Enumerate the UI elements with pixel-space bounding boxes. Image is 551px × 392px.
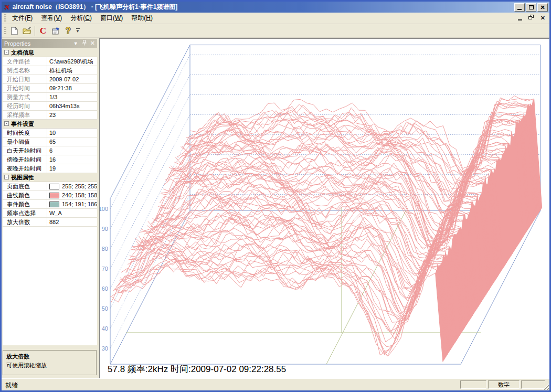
property-section-header[interactable]: -事件设置 — [3, 120, 97, 129]
property-row[interactable]: 开始日期2009-07-02 — [3, 75, 97, 84]
property-section-header[interactable]: -视图属性 — [3, 173, 97, 182]
y-axis-label: 90 — [102, 226, 108, 232]
calibration-button[interactable]: C — [37, 25, 49, 37]
menubar-grip-handle[interactable] — [4, 14, 6, 23]
mdi-minimize-icon[interactable] — [518, 19, 522, 20]
maximize-button[interactable] — [526, 3, 536, 12]
description-text: 可使用滚轮缩放 — [6, 362, 47, 368]
menu-item[interactable]: 查看(V) — [37, 13, 66, 24]
property-value[interactable]: 09:21:38 — [47, 84, 97, 92]
collapse-icon[interactable]: - — [4, 121, 9, 126]
property-value[interactable]: 16 — [47, 155, 97, 164]
property-label: 最小阈值 — [3, 137, 47, 146]
properties-panel: Properties ▼ ✕ -文档信息文件路径C:\awa6298\机场测点名… — [2, 38, 98, 378]
y-axis-label: 70 — [102, 266, 108, 272]
toolbar-grip-handle[interactable] — [4, 27, 6, 35]
property-row[interactable]: 频率点选择W_A — [3, 209, 97, 218]
close-button[interactable]: ✕ — [537, 3, 548, 12]
help-button[interactable]: ? — [62, 25, 75, 37]
airplane-app-icon: ✈ — [2, 2, 13, 13]
mdi-restore-icon[interactable] — [528, 15, 534, 22]
property-row[interactable]: 文件路径C:\awa6298\机场 — [3, 57, 97, 66]
status-message: 就绪 — [5, 381, 18, 390]
waterfall-spectrum-line — [135, 210, 473, 314]
new-document-button[interactable] — [8, 25, 20, 37]
property-value[interactable]: 栎社机场 — [47, 66, 97, 75]
status-pane — [460, 380, 486, 389]
toolbar-options-button[interactable]: ▼ — [75, 25, 81, 37]
property-value[interactable]: 1/3 — [47, 93, 97, 101]
property-value[interactable]: 10 — [47, 129, 97, 137]
box-edge — [110, 210, 190, 364]
property-row[interactable]: 测量方式1/3 — [3, 93, 97, 102]
property-row[interactable]: 时间长度10 — [3, 129, 97, 137]
collapse-icon[interactable]: - — [4, 50, 9, 55]
property-row[interactable]: 夜晚开始时间19 — [3, 164, 97, 173]
property-row[interactable]: 最小阈值65 — [3, 137, 97, 146]
property-value[interactable]: C:\awa6298\机场 — [47, 57, 97, 66]
property-row[interactable]: 页面底色255; 255; 255 — [3, 182, 97, 191]
menu-items: 文件(F)查看(V)分析(C)窗口(W)帮助(H) — [8, 13, 157, 24]
property-row[interactable]: 放大倍数882 — [3, 218, 97, 227]
property-description-box: 放大倍数 可使用滚轮缩放 — [3, 350, 97, 375]
property-value[interactable]: 154; 191; 186 — [47, 200, 97, 208]
minimize-button[interactable] — [514, 3, 525, 12]
panel-menu-chevron-down-icon[interactable]: ▼ — [73, 41, 78, 46]
property-label: 时间长度 — [3, 129, 47, 137]
property-value[interactable]: 240; 158; 158 — [47, 191, 97, 199]
open-file-button[interactable] — [20, 25, 33, 37]
color-swatch — [49, 193, 59, 198]
description-title: 放大倍数 — [6, 353, 93, 361]
property-row[interactable]: 开始时间09:21:38 — [3, 84, 97, 93]
property-value[interactable]: 23 — [47, 111, 97, 119]
y-axis-label: 100 — [100, 206, 108, 212]
property-grid: -文档信息文件路径C:\awa6298\机场测点名称栎社机场开始日期2009-0… — [3, 48, 97, 345]
color-swatch — [49, 202, 59, 207]
property-value[interactable]: 255; 255; 255 — [47, 182, 97, 190]
pin-icon[interactable] — [82, 40, 87, 47]
property-label: 文件路径 — [3, 57, 47, 66]
properties-panel-header[interactable]: Properties ▼ ✕ — [2, 39, 97, 48]
property-row[interactable]: 曲线颜色240; 158; 158 — [3, 191, 97, 200]
spectrogram-chart-area[interactable]: 10090807060504030 57.8 频率:2kHz 时间:2009-0… — [99, 38, 549, 378]
property-value[interactable]: 882 — [47, 218, 97, 226]
status-pane-numlock: 数字 — [488, 380, 520, 389]
menu-item[interactable]: 帮助(H) — [127, 13, 157, 24]
menu-item[interactable]: 文件(F) — [8, 13, 37, 24]
property-label: 曲线颜色 — [3, 191, 47, 199]
resize-grip[interactable] — [542, 383, 549, 390]
property-row[interactable]: 事件颜色154; 191; 186 — [3, 200, 97, 209]
y-axis-label: 80 — [102, 246, 108, 252]
property-value[interactable]: W_A — [47, 209, 97, 217]
property-row[interactable]: 经历时间06h34m13s — [3, 102, 97, 111]
menu-item[interactable]: 分析(C) — [66, 13, 96, 24]
window-title: aircraft noise（ISO3891） - [飞机噪声分析1-事件1频谱… — [13, 3, 513, 12]
toolbar-separator — [35, 26, 35, 36]
properties-button[interactable] — [49, 25, 62, 37]
property-value[interactable]: 65 — [47, 137, 97, 146]
property-section-header[interactable]: -文档信息 — [3, 48, 97, 57]
red-c-icon: C — [40, 26, 46, 36]
property-label: 测量方式 — [3, 93, 47, 101]
waterfall-3d-chart[interactable]: 10090807060504030 — [100, 39, 549, 378]
new-document-icon — [10, 27, 18, 35]
property-row[interactable]: 采样频率23 — [3, 111, 97, 120]
property-value[interactable]: 19 — [47, 164, 97, 173]
status-bar: 就绪 数字 — [2, 378, 549, 390]
mdi-close-icon[interactable]: ✕ — [541, 15, 545, 21]
property-value[interactable]: 2009-07-02 — [47, 75, 97, 83]
property-value[interactable]: 6 — [47, 146, 97, 155]
property-row[interactable]: 测点名称栎社机场 — [3, 66, 97, 75]
waterfall-spectrum-line — [115, 252, 449, 353]
collapse-icon[interactable]: - — [4, 175, 9, 179]
mdi-window-controls: ✕ — [518, 15, 545, 22]
property-label: 事件颜色 — [3, 200, 47, 208]
property-label: 页面底色 — [3, 182, 47, 190]
menu-bar: 文件(F)查看(V)分析(C)窗口(W)帮助(H) ✕ — [2, 13, 549, 24]
property-row[interactable]: 白天开始时间6 — [3, 146, 97, 155]
property-value[interactable]: 06h34m13s — [47, 102, 97, 110]
title-bar[interactable]: ✈ aircraft noise（ISO3891） - [飞机噪声分析1-事件1… — [2, 2, 549, 13]
menu-item[interactable]: 窗口(W) — [96, 13, 127, 24]
panel-close-icon[interactable]: ✕ — [90, 40, 95, 47]
property-row[interactable]: 傍晚开始时间16 — [3, 155, 97, 164]
